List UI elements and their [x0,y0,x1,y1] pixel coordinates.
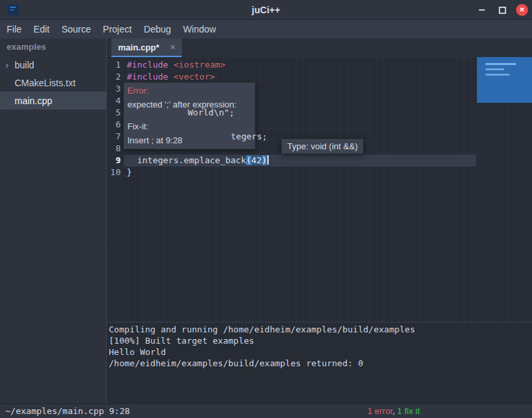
minimap-mark [486,68,504,70]
tab-main-cpp[interactable]: main.cpp* × [111,38,182,57]
tooltip-fixit-label: Fix-it: [127,121,149,133]
code-line-9[interactable]: integers.emplace_back(42) [127,155,269,167]
tooltip-fixit-text: Insert ; at 9:28 [127,135,182,147]
sidebar-resize-handle[interactable] [106,38,107,403]
fixit-count: 1 fix it [397,406,420,416]
menu-item-project[interactable]: Project [97,20,138,38]
line-number-8: 8 [106,143,121,155]
cursor-location: ~/examples/main.cpp 9:28 [5,404,130,418]
code-token: #include [127,60,173,70]
terminal-line: [100%] Built target examples [107,335,532,346]
terminal-line: Hello World [107,346,532,358]
window-controls: ✕ [475,0,528,20]
tree-item-main-cpp[interactable]: main.cpp [0,92,106,109]
restore-icon [499,7,506,14]
tree-item-label: CMakeLists.txt [15,78,76,88]
menu-bar: FileEditSourceProjectDebugWindow [0,20,532,38]
error-count: 1 error [367,406,393,416]
code-token: } [127,167,132,177]
code-token: #include [127,72,173,82]
file-tree-items: ›buildCMakeLists.txtmain.cpp [0,56,106,109]
code-line-7[interactable]: tegers; [231,131,267,143]
titlebar: juCi++ ✕ [0,0,532,20]
diagnostics-separator: , [393,406,397,416]
tooltip-error-label: Error: [127,85,149,97]
type-tooltip: Type: void (int &&) [281,139,364,154]
minimap-mark [486,63,516,65]
minimap-mark [486,74,509,76]
terminal-line: Compiling and running /home/eidheim/exam… [107,324,532,335]
build-output-terminal[interactable]: Compiling and running /home/eidheim/exam… [107,322,532,403]
code-line-10[interactable]: } [127,167,132,178]
line-number-3: 3 [106,83,121,95]
menu-item-debug[interactable]: Debug [138,20,177,38]
menu-item-source[interactable]: Source [56,20,97,38]
code-token: ( [246,155,251,165]
line-number-4: 4 [106,95,121,107]
menu-item-window[interactable]: Window [177,20,222,38]
close-button[interactable]: ✕ [516,4,528,16]
close-icon: ✕ [519,7,525,13]
code-token: <vector> [173,72,215,82]
code-line-5[interactable]: World\n"; [188,107,234,119]
line-number-6: 6 [106,119,121,131]
line-number-10: 10 [106,167,121,178]
tab-label: main.cpp* [118,42,159,52]
status-bar: ~/examples/main.cpp 9:28 1 error, 1 fix … [0,403,532,418]
line-number-2: 2 [106,71,121,83]
file-tree-sidebar: examples ›buildCMakeLists.txtmain.cpp [0,38,106,403]
line-number-gutter: 12345678910 [106,57,124,322]
code-line-1[interactable]: #include <iostream> [127,59,226,71]
minimize-button[interactable] [475,3,488,17]
menu-item-edit[interactable]: Edit [28,20,56,38]
minimize-icon [479,9,485,11]
tree-item-label: build [15,60,34,70]
code-token: integers.emplace_back [127,155,246,165]
restore-button[interactable] [496,3,509,17]
tree-item-build[interactable]: ›build [0,56,106,74]
menu-item-file[interactable]: File [1,20,28,38]
chevron-right-icon[interactable]: › [5,59,15,70]
line-number-5: 5 [106,107,121,119]
terminal-line: /home/eidheim/examples/build/examples re… [107,358,532,369]
line-number-9: 9 [106,155,121,167]
project-name: examples [0,38,106,56]
tree-item-cmakelists-txt[interactable]: CMakeLists.txt [0,74,106,92]
line-number-1: 1 [106,59,121,71]
tree-item-label: main.cpp [15,96,52,106]
tab-close-icon[interactable]: × [170,42,175,52]
line-number-7: 7 [106,131,121,143]
code-token: ) [262,155,267,165]
tab-bar: main.cpp* × [106,38,532,57]
scroll-overview-minimap[interactable] [477,57,532,103]
diagnostics-summary: 1 error, 1 fix it [367,404,420,418]
code-token: tegers; [231,131,267,141]
code-token: <iostream> [173,60,225,70]
window-title: juCi++ [0,0,532,20]
text-cursor [267,155,269,165]
code-line-2[interactable]: #include <vector> [127,71,215,83]
terminal-resize-handle[interactable] [106,322,532,322]
code-token: World\n"; [188,107,234,117]
code-token: 42 [251,155,262,165]
